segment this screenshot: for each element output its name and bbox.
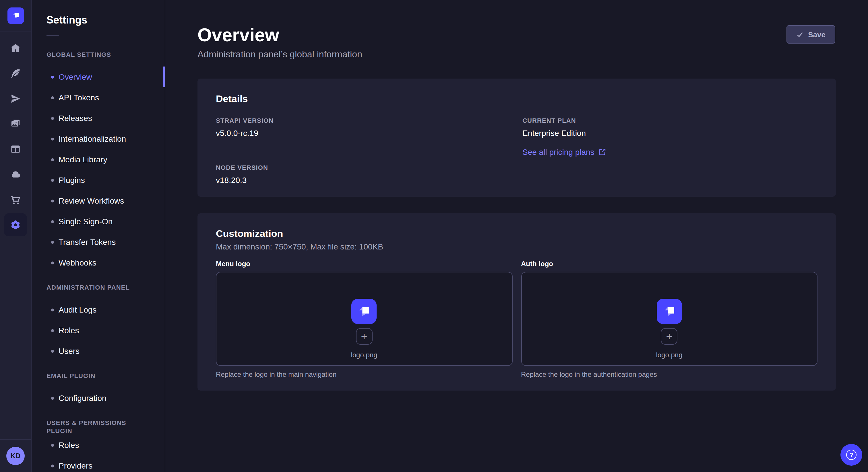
cloud-icon bbox=[10, 169, 21, 180]
nav-media-library-button[interactable] bbox=[4, 112, 27, 135]
subnav-item-media-library[interactable]: Media Library bbox=[32, 149, 165, 170]
subnav-item-releases[interactable]: Releases bbox=[32, 108, 165, 129]
main-nav-rail: KD bbox=[0, 0, 32, 472]
strapi-admin-app: KD Settings GLOBAL SETTINGS Overview API… bbox=[0, 0, 868, 472]
subnav-item-label: Roles bbox=[59, 440, 79, 450]
subnav-item-email-configuration[interactable]: Configuration bbox=[32, 388, 165, 408]
plus-icon: + bbox=[666, 331, 672, 342]
details-card-title: Details bbox=[216, 94, 817, 105]
nav-home-button[interactable] bbox=[4, 37, 27, 60]
save-button[interactable]: Save bbox=[786, 25, 835, 43]
subnav-item-up-roles[interactable]: Roles bbox=[32, 435, 165, 456]
subnav-item-review-workflows[interactable]: Review Workflows bbox=[32, 191, 165, 211]
nav-releases-button[interactable] bbox=[4, 87, 27, 110]
save-button-label: Save bbox=[808, 30, 826, 39]
subnav-item-admin-users[interactable]: Users bbox=[32, 341, 165, 361]
subnav-item-admin-roles[interactable]: Roles bbox=[32, 320, 165, 341]
subnav-section-email-plugin: EMAIL PLUGIN Configuration bbox=[32, 372, 165, 408]
details-grid: STRAPI VERSION v5.0.0-rc.19 NODE VERSION… bbox=[216, 116, 817, 185]
subnav-item-transfer-tokens[interactable]: Transfer Tokens bbox=[32, 232, 165, 252]
section-label: EMAIL PLUGIN bbox=[32, 372, 165, 380]
auth-logo-field: Auth logo + bbox=[521, 260, 817, 379]
strapi-logo[interactable] bbox=[7, 7, 24, 24]
nav-settings-button[interactable] bbox=[4, 213, 27, 236]
auth-logo-dropzone[interactable]: + logo.png bbox=[521, 272, 817, 366]
feather-icon bbox=[10, 68, 21, 79]
node-version-block: NODE VERSION v18.20.3 bbox=[216, 164, 511, 185]
subnav-item-label: Transfer Tokens bbox=[59, 237, 116, 247]
avatar[interactable]: KD bbox=[6, 447, 25, 465]
nav-content-manager-button[interactable] bbox=[4, 62, 27, 85]
strapi-mark-icon bbox=[661, 303, 678, 320]
section-label: USERS & PERMISSIONS PLUGIN bbox=[32, 419, 165, 427]
section-list: Audit Logs Roles Users bbox=[32, 299, 165, 361]
strapi-mark-icon bbox=[355, 303, 373, 320]
subnav-section-users-permissions-plugin: USERS & PERMISSIONS PLUGIN Roles Provide… bbox=[32, 419, 165, 472]
bullet-dot bbox=[51, 158, 54, 161]
subnav-item-internationalization[interactable]: Internationalization bbox=[32, 129, 165, 149]
menu-logo-add-button[interactable]: + bbox=[356, 328, 373, 345]
subnav-item-label: Internationalization bbox=[59, 134, 126, 143]
bullet-dot bbox=[51, 96, 54, 99]
workplace-logo-wrap bbox=[0, 0, 31, 32]
home-icon bbox=[10, 42, 21, 54]
page-header: Overview Administration panel’s global i… bbox=[197, 24, 836, 60]
rail-user-section: KD bbox=[0, 439, 31, 472]
help-button[interactable]: ? bbox=[840, 444, 862, 466]
bullet-dot bbox=[51, 241, 54, 243]
subnav-item-single-sign-on[interactable]: Single Sign-On bbox=[32, 211, 165, 232]
auth-logo-label: Auth logo bbox=[521, 260, 817, 268]
subnav-item-overview[interactable]: Overview bbox=[32, 67, 165, 87]
bullet-dot bbox=[51, 349, 54, 352]
subnav-item-label: Review Workflows bbox=[59, 196, 124, 205]
subnav-item-webhooks[interactable]: Webhooks bbox=[32, 252, 165, 273]
subnav-item-label: Overview bbox=[59, 72, 92, 81]
menu-logo-label: Menu logo bbox=[216, 260, 513, 268]
strapi-version-value: v5.0.0-rc.19 bbox=[216, 129, 511, 138]
subnav-item-label: Users bbox=[59, 346, 80, 356]
layout-icon bbox=[10, 143, 21, 155]
customization-card: Customization Max dimension: 750×750, Ma… bbox=[197, 213, 836, 391]
nav-content-type-builder-button[interactable] bbox=[4, 138, 27, 161]
strapi-version-label: STRAPI VERSION bbox=[216, 116, 511, 125]
details-left-column: STRAPI VERSION v5.0.0-rc.19 NODE VERSION… bbox=[216, 116, 511, 185]
subnav-item-plugins[interactable]: Plugins bbox=[32, 170, 165, 191]
bullet-dot bbox=[51, 179, 54, 181]
pricing-plans-link-label: See all pricing plans bbox=[522, 147, 594, 157]
plus-icon: + bbox=[361, 331, 367, 342]
nav-deploy-button[interactable] bbox=[4, 163, 27, 186]
menu-logo-dropzone[interactable]: + logo.png bbox=[216, 272, 513, 366]
pricing-plans-link[interactable]: See all pricing plans bbox=[522, 147, 606, 157]
subnav-item-label: Configuration bbox=[59, 394, 106, 403]
section-list: Overview API Tokens Releases Internation… bbox=[32, 67, 165, 273]
subnav-item-label: Providers bbox=[59, 461, 92, 470]
bullet-dot bbox=[51, 397, 54, 400]
bullet-dot bbox=[51, 308, 54, 311]
question-glyph: ? bbox=[849, 451, 853, 458]
subnav-item-label: Plugins bbox=[59, 175, 85, 185]
subnav-item-label: Single Sign-On bbox=[59, 217, 113, 226]
subnav-item-label: Webhooks bbox=[59, 258, 96, 267]
logo-fields: Menu logo + bbox=[216, 260, 817, 379]
bullet-dot bbox=[51, 444, 54, 446]
section-list: Configuration bbox=[32, 388, 165, 408]
cards-container: Details STRAPI VERSION v5.0.0-rc.19 NODE… bbox=[197, 78, 836, 391]
subnav-item-api-tokens[interactable]: API Tokens bbox=[32, 87, 165, 108]
gear-icon bbox=[9, 218, 22, 231]
subnav-item-audit-logs[interactable]: Audit Logs bbox=[32, 299, 165, 320]
current-plan-value: Enterprise Edition bbox=[522, 129, 817, 138]
page-subtitle: Administration panel’s global informatio… bbox=[197, 49, 836, 60]
nav-marketplace-button[interactable] bbox=[4, 188, 27, 211]
page-title: Overview bbox=[197, 24, 836, 46]
subnav-title: Settings bbox=[32, 14, 165, 26]
auth-logo-add-button[interactable]: + bbox=[661, 328, 678, 345]
node-version-label: NODE VERSION bbox=[216, 164, 511, 172]
subnav-item-up-providers[interactable]: Providers bbox=[32, 456, 165, 472]
section-label: GLOBAL SETTINGS bbox=[32, 50, 165, 59]
subnav-item-label: Audit Logs bbox=[59, 305, 96, 314]
cart-icon bbox=[10, 194, 21, 205]
subnav-section-global-settings: GLOBAL SETTINGS Overview API Tokens Rele… bbox=[32, 50, 165, 273]
question-icon: ? bbox=[846, 450, 857, 460]
current-plan-block: CURRENT PLAN Enterprise Edition bbox=[522, 116, 817, 138]
auth-logo-filename: logo.png bbox=[656, 351, 682, 359]
